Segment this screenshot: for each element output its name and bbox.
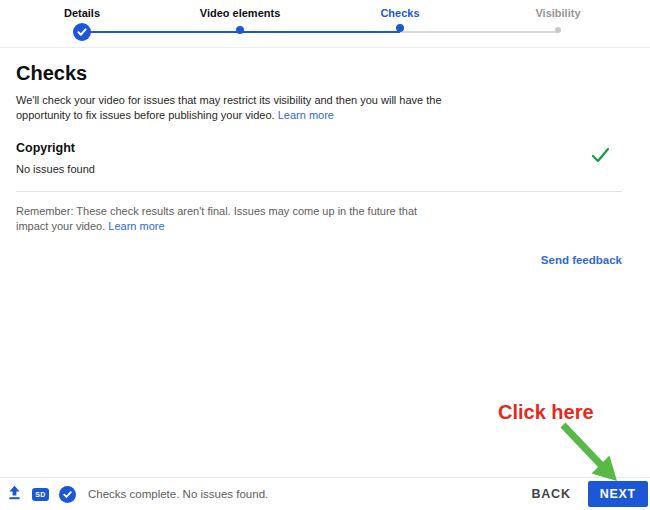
- click-here-arrow-icon: [556, 420, 622, 482]
- step-dot-icon: [236, 26, 244, 34]
- step-label: Details: [64, 7, 100, 19]
- copyright-pass-check-icon: [591, 147, 610, 167]
- upload-progress-icons: SD: [7, 485, 76, 504]
- stepper-track-upcoming: [400, 31, 558, 33]
- section-divider: [16, 191, 622, 192]
- send-feedback-link[interactable]: Send feedback: [541, 254, 622, 266]
- next-button[interactable]: NEXT: [588, 481, 648, 507]
- step-label: Checks: [380, 7, 419, 19]
- back-button[interactable]: BACK: [528, 481, 575, 507]
- footer-bar: SD Checks complete. No issues found. BAC…: [0, 477, 650, 510]
- step-label: Video elements: [200, 7, 281, 19]
- copyright-label: Copyright: [16, 141, 95, 155]
- step-dot-icon: [555, 27, 561, 33]
- copyright-status: No issues found: [16, 163, 95, 175]
- step-completed-check-icon: [73, 23, 91, 41]
- page-title: Checks: [16, 60, 622, 86]
- checks-description: We'll check your video for issues that m…: [16, 93, 448, 123]
- upload-icon: [7, 485, 22, 504]
- sd-quality-icon: SD: [32, 488, 49, 501]
- checks-complete-icon: [59, 486, 76, 503]
- reminder-learn-more-link[interactable]: Learn more: [108, 220, 164, 232]
- learn-more-link[interactable]: Learn more: [278, 109, 334, 121]
- reminder-note: Remember: These check results aren't fin…: [16, 204, 448, 234]
- reminder-text: Remember: These check results aren't fin…: [16, 205, 417, 232]
- upload-stepper: Details Video elements Checks Visibility: [0, 0, 650, 48]
- step-dot-active-icon: [396, 24, 404, 32]
- footer-status-text: Checks complete. No issues found.: [88, 488, 268, 500]
- feedback-row: Send feedback: [16, 250, 622, 268]
- upload-dialog: Details Video elements Checks Visibility…: [0, 0, 650, 268]
- copyright-check-info: Copyright No issues found: [16, 141, 95, 175]
- checks-panel: Checks We'll check your video for issues…: [0, 48, 650, 268]
- step-label: Visibility: [535, 7, 580, 19]
- copyright-check-row: Copyright No issues found: [16, 141, 622, 175]
- checks-description-text: We'll check your video for issues that m…: [16, 94, 442, 121]
